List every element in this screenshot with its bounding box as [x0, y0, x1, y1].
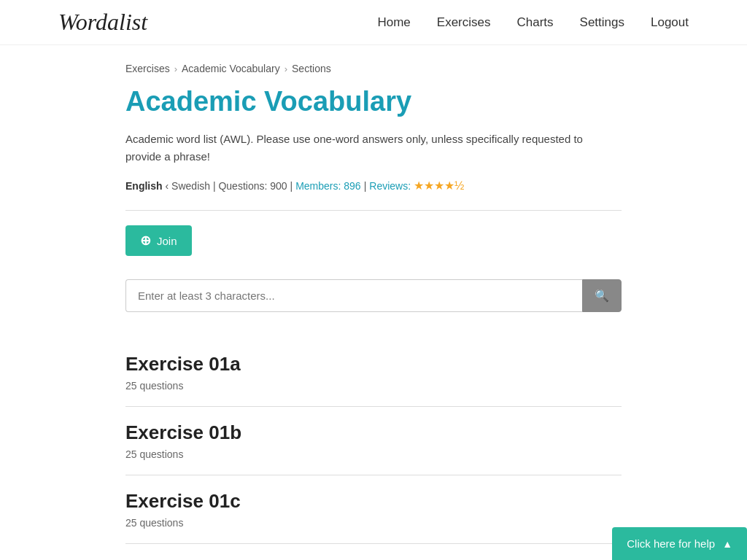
search-button[interactable]: 🔍: [582, 279, 622, 312]
breadcrumb-sections: Sections: [292, 63, 331, 74]
exercise-title-01b[interactable]: Exercise 01b: [125, 421, 622, 444]
header: Wordalist Home Exercises Charts Settings…: [0, 0, 747, 45]
exercise-title-01c[interactable]: Exercise 01c: [125, 490, 622, 513]
breadcrumb-sep-1: ›: [174, 63, 177, 74]
exercises-list: Exercise 01a 25 questions Exercise 01b 2…: [125, 338, 622, 544]
meta-info: English ‹ Swedish | Questions: 900 | Mem…: [125, 179, 622, 192]
exercise-item-01c: Exercise 01c 25 questions: [125, 475, 622, 544]
nav-settings[interactable]: Settings: [580, 15, 624, 30]
chevron-up-icon: ▲: [722, 538, 732, 545]
page-title: Academic Vocabulary: [125, 86, 622, 117]
breadcrumb-academic-vocabulary[interactable]: Academic Vocabulary: [182, 63, 280, 74]
exercise-title-01a[interactable]: Exercise 01a: [125, 353, 622, 376]
exercise-questions-01c: 25 questions: [125, 517, 622, 529]
search-icon: 🔍: [595, 289, 609, 302]
search-container: 🔍: [125, 279, 622, 312]
exercise-item-01a: Exercise 01a 25 questions: [125, 338, 622, 407]
join-button[interactable]: ⊕ Join: [125, 225, 192, 256]
members-link[interactable]: Members: 896: [295, 180, 360, 192]
plus-icon: ⊕: [140, 233, 151, 249]
nav-home[interactable]: Home: [377, 15, 410, 30]
reviews-link[interactable]: Reviews:: [369, 180, 411, 192]
page-description: Academic word list (AWL). Please use one…: [125, 131, 622, 166]
breadcrumb-sep-2: ›: [285, 63, 287, 74]
join-label: Join: [157, 235, 177, 247]
nav-exercises[interactable]: Exercises: [437, 15, 491, 30]
main-nav: Home Exercises Charts Settings Logout: [377, 15, 689, 30]
help-label: Click here for help: [627, 537, 715, 544]
main-content: Exercises › Academic Vocabulary › Sectio…: [96, 45, 651, 544]
nav-logout[interactable]: Logout: [651, 15, 689, 30]
exercise-item-01b: Exercise 01b 25 questions: [125, 407, 622, 475]
star-rating: ★★★★½: [414, 179, 464, 192]
exercise-questions-01a: 25 questions: [125, 380, 622, 392]
search-input[interactable]: [125, 279, 582, 312]
language-rest: ‹ Swedish | Questions: 900 |: [166, 180, 293, 192]
breadcrumb: Exercises › Academic Vocabulary › Sectio…: [125, 45, 622, 86]
nav-charts[interactable]: Charts: [516, 15, 553, 30]
language-label: English: [125, 180, 163, 192]
breadcrumb-exercises[interactable]: Exercises: [125, 63, 170, 74]
logo: Wordalist: [58, 9, 147, 36]
meta-separator: |: [364, 180, 367, 192]
exercise-questions-01b: 25 questions: [125, 448, 622, 460]
help-button[interactable]: Click here for help ▲: [612, 527, 747, 544]
divider-1: [125, 210, 622, 211]
